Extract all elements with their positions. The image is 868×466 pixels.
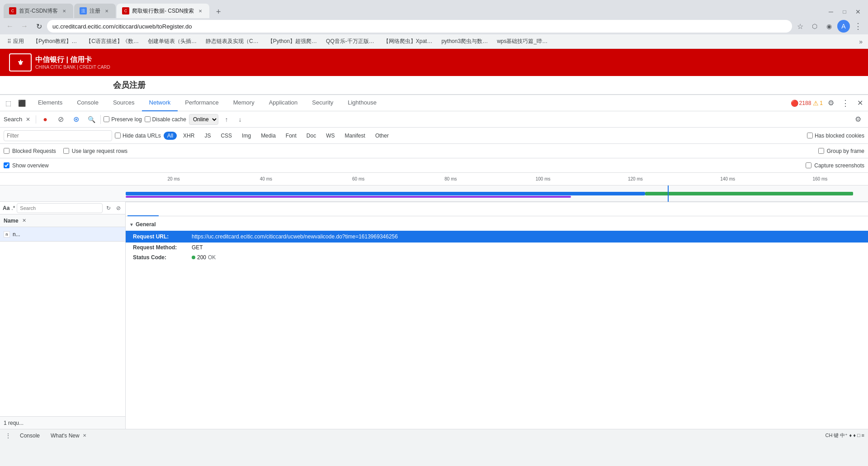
bookmark-python[interactable]: 【Python教程】… (29, 37, 80, 46)
tab-reg[interactable]: 注 注册 ✕ (74, 4, 116, 18)
bookmark-static[interactable]: 静态链表及实现（C… (202, 37, 262, 46)
tab-console[interactable]: Console (70, 95, 106, 111)
filter-type-other[interactable]: Other (372, 132, 392, 140)
hide-data-urls-label[interactable]: Hide data URLs (115, 133, 161, 139)
disable-cache-label[interactable]: Disable cache (145, 116, 186, 123)
show-overview-checkbox[interactable] (4, 162, 9, 168)
refresh-search-btn[interactable]: ↻ (104, 204, 113, 212)
disable-cache-checkbox[interactable] (145, 116, 151, 122)
tab-close-csdn[interactable]: ✕ (61, 7, 68, 14)
filter-type-doc[interactable]: Doc (303, 132, 320, 140)
url-bar[interactable]: uc.creditcard.ecitic.com/citiccard/ucweb… (47, 20, 792, 33)
maximize-button[interactable]: □ (838, 5, 851, 18)
filter-btn[interactable]: ⊛ (70, 113, 82, 126)
search-btn[interactable]: 🔍 (85, 113, 98, 126)
bookmark-qq[interactable]: QQ音乐-千万正版… (322, 37, 378, 46)
name-col-close[interactable]: ✕ (22, 218, 26, 223)
bookmark-spider[interactable]: 【网络爬虫】Xpat… (380, 37, 436, 46)
bottom-more-btn[interactable]: ⋮ (4, 431, 13, 440)
tab-elements[interactable]: Elements (31, 95, 70, 111)
filter-type-ws[interactable]: WS (322, 132, 338, 140)
tab-performance[interactable]: Performance (178, 95, 226, 111)
general-header-row[interactable]: ▼ General (126, 218, 868, 231)
tab-sources[interactable]: Sources (106, 95, 142, 111)
bookmark-list[interactable]: 创建单链表（头插… (144, 37, 200, 46)
tab-lighthouse[interactable]: Lighthouse (340, 95, 384, 111)
has-blocked-cookies-text: Has blocked cookies (815, 133, 864, 139)
tab-citic[interactable]: C 爬取银行数据- CSDN搜索 ✕ (117, 4, 209, 18)
search-clear-btn[interactable]: ✕ (24, 115, 32, 124)
minimize-button[interactable]: ─ (825, 5, 837, 18)
has-blocked-cookies-checkbox[interactable] (807, 133, 813, 138)
network-item-selected[interactable]: n n... (0, 227, 125, 242)
reload-button[interactable]: ↻ (33, 20, 45, 33)
bottom-tab-console[interactable]: Console (16, 432, 43, 440)
bookmark-c[interactable]: 【C语言描述】《数… (82, 37, 142, 46)
request-url-value[interactable]: https://uc.creditcard.ecitic.com/citicca… (192, 233, 398, 240)
record-btn[interactable]: ● (39, 113, 52, 126)
bookmark-py2[interactable]: 【Python】超强爬… (264, 37, 321, 46)
search-field[interactable] (20, 205, 99, 211)
devtools-close-btn[interactable]: ✕ (854, 97, 866, 109)
bookmarks-more[interactable]: » (857, 37, 864, 46)
tab-close-reg[interactable]: ✕ (103, 7, 110, 14)
upload-icon-btn[interactable]: ↑ (221, 114, 232, 125)
close-window-button[interactable]: ✕ (852, 5, 864, 18)
download-icon-btn[interactable]: ↓ (235, 114, 245, 125)
filter-type-js[interactable]: JS (201, 132, 214, 140)
tab-network[interactable]: Network (142, 95, 178, 111)
new-tab-button[interactable]: + (212, 5, 225, 18)
tab-security[interactable]: Security (305, 95, 340, 111)
hide-data-urls-checkbox[interactable] (115, 133, 121, 138)
back-button[interactable]: ← (4, 20, 16, 33)
clear-search-btn[interactable]: ⊘ (114, 204, 123, 212)
bookmark-button[interactable]: ☆ (794, 20, 807, 33)
extension-button-2[interactable]: ◉ (823, 20, 835, 33)
member-register-title: 会员注册 (113, 80, 146, 90)
timeline-ruler: 20 ms 40 ms 60 ms 80 ms 100 ms 120 ms 14… (0, 173, 868, 185)
preserve-log-label[interactable]: Preserve log (104, 116, 142, 123)
stop-btn[interactable]: ⊘ (54, 113, 67, 126)
filter-input-wrap[interactable] (4, 130, 112, 141)
inspector-icon-btn[interactable]: ⬚ (2, 97, 14, 109)
forward-button[interactable]: → (18, 20, 31, 33)
throttle-select[interactable]: Online (189, 114, 218, 125)
divider1 (100, 115, 101, 124)
whats-new-close-btn[interactable]: ✕ (81, 433, 88, 439)
blocked-requests-label[interactable]: Blocked Requests (4, 148, 56, 154)
filter-type-xhr[interactable]: XHR (179, 132, 198, 140)
search-input-box[interactable] (17, 203, 103, 213)
filter-input[interactable] (7, 133, 109, 139)
filter-type-img[interactable]: Img (238, 132, 255, 140)
devtools-more-btn[interactable]: ⋮ (839, 97, 852, 109)
tab-memory[interactable]: Memory (226, 95, 262, 111)
devtools-settings-btn[interactable]: ⚙ (825, 97, 837, 109)
capture-screenshots-label[interactable]: Capture screenshots (806, 162, 864, 169)
filter-type-all[interactable]: All (164, 132, 177, 140)
extension-button-1[interactable]: ⬡ (808, 20, 821, 33)
bottom-tab-whats-new[interactable]: What's New ✕ (47, 432, 91, 440)
filter-type-font[interactable]: Font (282, 132, 300, 140)
has-blocked-cookies-label[interactable]: Has blocked cookies (807, 133, 864, 139)
filter-type-media[interactable]: Media (257, 132, 279, 140)
filter-type-css[interactable]: CSS (217, 132, 236, 140)
filter-type-manifest[interactable]: Manifest (341, 132, 369, 140)
tab-application[interactable]: Application (262, 95, 305, 111)
bookmark-apps[interactable]: ⠿ 应用 (4, 37, 28, 46)
large-rows-label[interactable]: Use large request rows (63, 148, 127, 154)
bookmark-wps[interactable]: wps基础技巧篇_哔… (493, 37, 551, 46)
profile-button[interactable]: A (837, 20, 850, 33)
tab-close-citic[interactable]: ✕ (197, 7, 204, 14)
capture-screenshots-checkbox[interactable] (806, 162, 811, 168)
large-rows-checkbox[interactable] (63, 148, 69, 154)
network-settings-btn[interactable]: ⚙ (852, 113, 864, 126)
more-menu-button[interactable]: ⋮ (852, 20, 864, 33)
tab-csdn[interactable]: C 首页-CSDN博客 ✕ (4, 4, 73, 18)
group-by-frame-checkbox[interactable] (818, 148, 824, 154)
bookmark-py3[interactable]: python3爬虫与数… (438, 37, 491, 46)
group-by-frame-label[interactable]: Group by frame (818, 148, 864, 154)
preserve-log-checkbox[interactable] (104, 116, 109, 122)
show-overview-label[interactable]: Show overview (4, 162, 49, 169)
device-mode-btn[interactable]: ⬛ (15, 97, 28, 109)
blocked-requests-checkbox[interactable] (4, 148, 9, 154)
